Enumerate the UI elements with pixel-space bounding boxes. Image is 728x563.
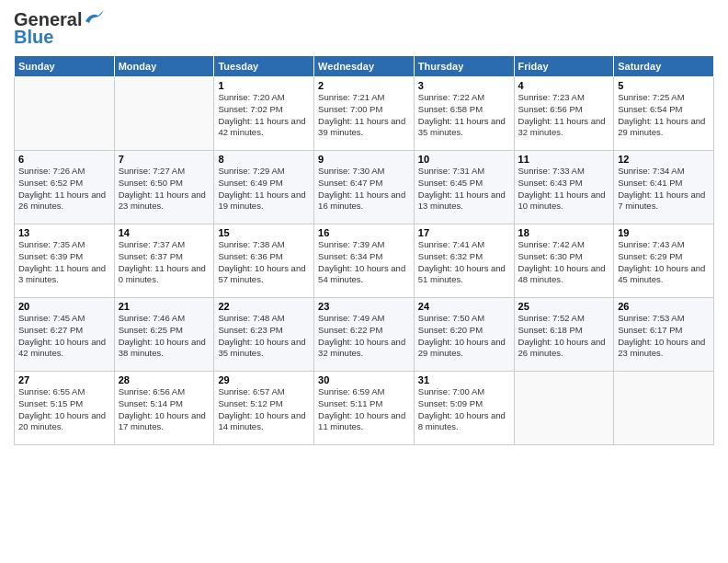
calendar-cell: 19Sunrise: 7:43 AM Sunset: 6:29 PM Dayli…: [614, 224, 714, 298]
calendar-cell: 7Sunrise: 7:27 AM Sunset: 6:50 PM Daylig…: [114, 151, 214, 224]
calendar-cell: 15Sunrise: 7:38 AM Sunset: 6:36 PM Dayli…: [214, 224, 314, 298]
day-number: 16: [318, 227, 410, 238]
day-number: 5: [618, 80, 710, 91]
day-info: Sunrise: 7:26 AM Sunset: 6:52 PM Dayligh…: [18, 166, 110, 213]
day-number: 8: [218, 154, 310, 165]
calendar-week-row: 13Sunrise: 7:35 AM Sunset: 6:39 PM Dayli…: [15, 224, 714, 298]
calendar-cell: 10Sunrise: 7:31 AM Sunset: 6:45 PM Dayli…: [414, 151, 514, 224]
logo: General Blue: [14, 9, 104, 48]
calendar-cell: 4Sunrise: 7:23 AM Sunset: 6:56 PM Daylig…: [514, 77, 614, 151]
calendar-cell: 5Sunrise: 7:25 AM Sunset: 6:54 PM Daylig…: [614, 77, 714, 151]
calendar-week-row: 6Sunrise: 7:26 AM Sunset: 6:52 PM Daylig…: [15, 151, 714, 224]
calendar-cell: 23Sunrise: 7:49 AM Sunset: 6:22 PM Dayli…: [314, 298, 415, 372]
calendar-cell: 13Sunrise: 7:35 AM Sunset: 6:39 PM Dayli…: [15, 224, 115, 298]
day-number: 21: [119, 301, 210, 312]
day-number: 12: [618, 154, 710, 165]
calendar-cell: [614, 372, 714, 445]
calendar-header-row: SundayMondayTuesdayWednesdayThursdayFrid…: [15, 56, 714, 77]
calendar-cell: 22Sunrise: 7:48 AM Sunset: 6:23 PM Dayli…: [214, 298, 314, 372]
calendar-header-sunday: Sunday: [15, 56, 115, 77]
day-info: Sunrise: 7:50 AM Sunset: 6:20 PM Dayligh…: [418, 313, 510, 360]
calendar-cell: [114, 77, 214, 151]
day-number: 26: [618, 301, 710, 312]
day-number: 25: [518, 301, 610, 312]
day-info: Sunrise: 7:42 AM Sunset: 6:30 PM Dayligh…: [518, 239, 610, 286]
calendar-cell: [15, 77, 115, 151]
day-number: 17: [418, 227, 510, 238]
day-info: Sunrise: 7:31 AM Sunset: 6:45 PM Dayligh…: [418, 166, 510, 213]
logo-blue: Blue: [14, 27, 53, 48]
calendar-table: SundayMondayTuesdayWednesdayThursdayFrid…: [14, 55, 714, 445]
day-number: 14: [119, 227, 210, 238]
day-number: 31: [418, 374, 510, 385]
day-number: 10: [418, 154, 510, 165]
day-info: Sunrise: 7:39 AM Sunset: 6:34 PM Dayligh…: [318, 239, 410, 286]
day-info: Sunrise: 7:37 AM Sunset: 6:37 PM Dayligh…: [119, 239, 210, 286]
calendar-week-row: 20Sunrise: 7:45 AM Sunset: 6:27 PM Dayli…: [15, 298, 714, 372]
calendar-cell: 31Sunrise: 7:00 AM Sunset: 5:09 PM Dayli…: [414, 372, 514, 445]
calendar-cell: 8Sunrise: 7:29 AM Sunset: 6:49 PM Daylig…: [214, 151, 314, 224]
calendar-cell: 30Sunrise: 6:59 AM Sunset: 5:11 PM Dayli…: [314, 372, 415, 445]
calendar-header-saturday: Saturday: [614, 56, 714, 77]
day-info: Sunrise: 6:59 AM Sunset: 5:11 PM Dayligh…: [318, 386, 410, 433]
day-number: 22: [218, 301, 310, 312]
day-number: 7: [119, 154, 210, 165]
day-number: 27: [18, 374, 110, 385]
calendar-cell: 16Sunrise: 7:39 AM Sunset: 6:34 PM Dayli…: [314, 224, 415, 298]
day-number: 3: [418, 80, 510, 91]
day-info: Sunrise: 7:25 AM Sunset: 6:54 PM Dayligh…: [618, 92, 710, 139]
day-info: Sunrise: 7:29 AM Sunset: 6:49 PM Dayligh…: [218, 166, 310, 213]
day-info: Sunrise: 7:48 AM Sunset: 6:23 PM Dayligh…: [218, 313, 310, 360]
calendar-header-friday: Friday: [514, 56, 614, 77]
day-number: 15: [218, 227, 310, 238]
day-number: 11: [518, 154, 610, 165]
day-number: 29: [218, 374, 310, 385]
calendar-cell: 9Sunrise: 7:30 AM Sunset: 6:47 PM Daylig…: [314, 151, 415, 224]
calendar-cell: 12Sunrise: 7:34 AM Sunset: 6:41 PM Dayli…: [614, 151, 714, 224]
calendar-header-tuesday: Tuesday: [214, 56, 314, 77]
calendar-week-row: 27Sunrise: 6:55 AM Sunset: 5:15 PM Dayli…: [15, 372, 714, 445]
day-info: Sunrise: 7:53 AM Sunset: 6:17 PM Dayligh…: [618, 313, 710, 360]
calendar-cell: 29Sunrise: 6:57 AM Sunset: 5:12 PM Dayli…: [214, 372, 314, 445]
calendar-cell: 3Sunrise: 7:22 AM Sunset: 6:58 PM Daylig…: [414, 77, 514, 151]
day-number: 18: [518, 227, 610, 238]
calendar-cell: [514, 372, 614, 445]
day-number: 2: [318, 80, 410, 91]
day-number: 4: [518, 80, 610, 91]
calendar-cell: 18Sunrise: 7:42 AM Sunset: 6:30 PM Dayli…: [514, 224, 614, 298]
day-info: Sunrise: 7:20 AM Sunset: 7:02 PM Dayligh…: [218, 92, 310, 139]
day-info: Sunrise: 7:49 AM Sunset: 6:22 PM Dayligh…: [318, 313, 410, 360]
day-info: Sunrise: 7:46 AM Sunset: 6:25 PM Dayligh…: [119, 313, 210, 360]
calendar-cell: 2Sunrise: 7:21 AM Sunset: 7:00 PM Daylig…: [314, 77, 415, 151]
day-info: Sunrise: 7:23 AM Sunset: 6:56 PM Dayligh…: [518, 92, 610, 139]
calendar-cell: 27Sunrise: 6:55 AM Sunset: 5:15 PM Dayli…: [15, 372, 115, 445]
calendar-cell: 25Sunrise: 7:52 AM Sunset: 6:18 PM Dayli…: [514, 298, 614, 372]
day-info: Sunrise: 7:33 AM Sunset: 6:43 PM Dayligh…: [518, 166, 610, 213]
day-info: Sunrise: 7:45 AM Sunset: 6:27 PM Dayligh…: [18, 313, 110, 360]
calendar-cell: 26Sunrise: 7:53 AM Sunset: 6:17 PM Dayli…: [614, 298, 714, 372]
day-number: 28: [119, 374, 210, 385]
calendar-cell: 21Sunrise: 7:46 AM Sunset: 6:25 PM Dayli…: [114, 298, 214, 372]
calendar-header-monday: Monday: [114, 56, 214, 77]
calendar-cell: 28Sunrise: 6:56 AM Sunset: 5:14 PM Dayli…: [114, 372, 214, 445]
day-info: Sunrise: 6:56 AM Sunset: 5:14 PM Dayligh…: [119, 386, 210, 433]
day-info: Sunrise: 7:43 AM Sunset: 6:29 PM Dayligh…: [618, 239, 710, 286]
calendar-cell: 1Sunrise: 7:20 AM Sunset: 7:02 PM Daylig…: [214, 77, 314, 151]
calendar-week-row: 1Sunrise: 7:20 AM Sunset: 7:02 PM Daylig…: [15, 77, 714, 151]
day-number: 1: [218, 80, 310, 91]
day-number: 20: [18, 301, 110, 312]
day-info: Sunrise: 7:35 AM Sunset: 6:39 PM Dayligh…: [18, 239, 110, 286]
day-number: 9: [318, 154, 410, 165]
calendar-cell: 14Sunrise: 7:37 AM Sunset: 6:37 PM Dayli…: [114, 224, 214, 298]
day-number: 30: [318, 374, 410, 385]
calendar-cell: 20Sunrise: 7:45 AM Sunset: 6:27 PM Dayli…: [15, 298, 115, 372]
logo-bird-icon: [84, 10, 104, 27]
calendar-header-thursday: Thursday: [414, 56, 514, 77]
page-header: General Blue: [14, 9, 714, 48]
day-info: Sunrise: 7:38 AM Sunset: 6:36 PM Dayligh…: [218, 239, 310, 286]
day-number: 24: [418, 301, 510, 312]
calendar-cell: 6Sunrise: 7:26 AM Sunset: 6:52 PM Daylig…: [15, 151, 115, 224]
calendar-header-wednesday: Wednesday: [314, 56, 415, 77]
calendar-cell: 11Sunrise: 7:33 AM Sunset: 6:43 PM Dayli…: [514, 151, 614, 224]
day-info: Sunrise: 7:52 AM Sunset: 6:18 PM Dayligh…: [518, 313, 610, 360]
